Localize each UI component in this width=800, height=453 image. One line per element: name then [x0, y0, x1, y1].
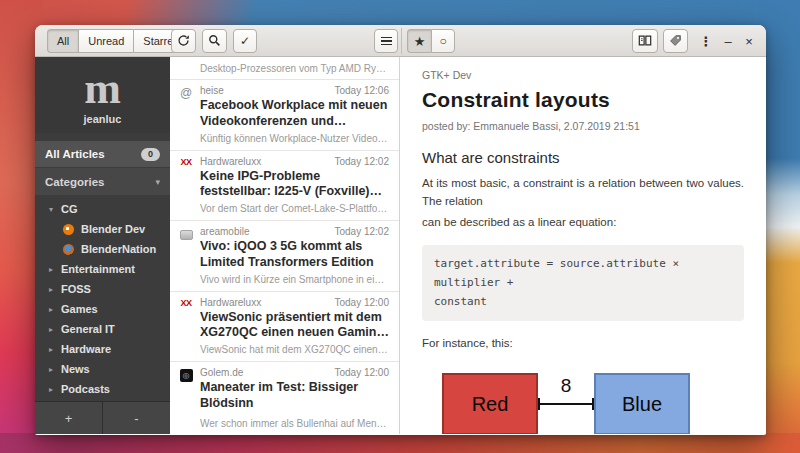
expander-icon[interactable]: ▾ — [49, 205, 61, 214]
list-item[interactable]: Desktop-Prozessoren vom Typ AMD Ryzen 40… — [170, 57, 399, 80]
menu-icon — [381, 37, 392, 46]
unread-count-badge: 0 — [141, 148, 160, 161]
mark-read-button[interactable]: ✓ — [233, 29, 257, 53]
header-separator — [401, 28, 402, 54]
article-paragraph: At its most basic, a constraint is a rel… — [422, 174, 744, 211]
close-button[interactable]: × — [737, 29, 761, 53]
tab-all[interactable]: All — [47, 29, 78, 53]
constraint-line — [538, 403, 594, 405]
sidebar-item-hardware[interactable]: ▸ Hardware — [35, 339, 170, 359]
categories-header[interactable]: Categories ▾ — [35, 168, 170, 195]
book-icon — [638, 34, 652, 49]
article-time: Today 12:00 — [335, 367, 390, 378]
article-time: Today 12:02 — [335, 226, 390, 237]
action-buttons: ✓ — [171, 29, 257, 53]
sidebar-item-general-it[interactable]: ▸ General IT — [35, 319, 170, 339]
article-time: Today 12:02 — [335, 156, 390, 167]
search-button[interactable] — [202, 29, 227, 53]
section-heading: What are constraints — [422, 149, 744, 166]
article-list[interactable]: Desktop-Prozessoren vom Typ AMD Ryzen 40… — [170, 57, 400, 434]
star-icon: ★ — [414, 35, 426, 48]
expander-icon[interactable]: ▸ — [49, 325, 61, 334]
blender-dev-icon — [63, 224, 74, 235]
username: jeanluc — [35, 113, 170, 125]
expander-icon[interactable]: ▸ — [49, 305, 61, 314]
sidebar-item-foss[interactable]: ▸ FOSS — [35, 279, 170, 299]
app-menu-button[interactable]: ⋮ — [694, 29, 718, 53]
expander-icon[interactable]: ▸ — [49, 265, 61, 274]
article-summary: Künftig können Workplace-Nutzer Videoanr… — [200, 133, 389, 144]
sidebar-item-podcasts[interactable]: ▸ Podcasts — [35, 379, 170, 399]
sidebar-item-blender-dev[interactable]: Blender Dev — [35, 219, 170, 239]
tag-icon — [669, 34, 682, 49]
chevron-down-icon: ▾ — [155, 177, 160, 187]
article-time: Today 12:00 — [335, 297, 390, 308]
tag-button[interactable] — [663, 29, 688, 53]
areamobile-favicon — [180, 230, 193, 240]
list-item[interactable]: XX HardwareluxxToday 12:00 ViewSonic prä… — [170, 292, 399, 363]
expander-icon[interactable]: ▸ — [49, 345, 61, 354]
hardwareluxx-favicon: XX — [178, 156, 194, 215]
sidebar-item-news[interactable]: ▸ News — [35, 359, 170, 379]
sidebar-item-all-articles[interactable]: All Articles 0 — [35, 141, 170, 167]
expander-icon[interactable]: ▸ — [49, 285, 61, 294]
article-paragraph: For instance, this: — [422, 337, 744, 349]
page-title: Constraint layouts — [422, 88, 744, 112]
expander-icon[interactable]: ▸ — [49, 385, 61, 394]
add-feed-button[interactable]: + — [35, 402, 103, 434]
list-item[interactable]: ◎ Golem.deToday 12:00 Maneater im Test: … — [170, 362, 399, 434]
check-icon: ✓ — [240, 34, 250, 48]
feed-name: Hardwareluxx — [200, 156, 261, 167]
list-item[interactable]: @ heiseToday 12:06 Facebook Workplace mi… — [170, 80, 399, 151]
dots-menu-icon: ⋮ — [700, 34, 713, 49]
article-summary: Vivo wird in Kürze ein Smartphone in ein… — [200, 274, 389, 285]
expander-icon[interactable]: ▸ — [49, 365, 61, 374]
view-buttons — [632, 29, 688, 53]
service-logo: m — [35, 70, 170, 107]
feed-reader-window: All Unread Starred ✓ — [35, 25, 766, 435]
heise-favicon: @ — [178, 85, 194, 144]
article-title: Vivo: iQOO 3 5G kommt als Limited Transf… — [200, 239, 389, 271]
unread-toggle-button[interactable]: ○ — [431, 29, 455, 53]
close-icon: × — [745, 34, 753, 49]
article-title: Maneater im Test: Bissiger Blödsinn — [200, 380, 389, 412]
golem-favicon: ◎ — [180, 369, 193, 382]
sidebar-item-entertainment[interactable]: ▸ Entertainment — [35, 259, 170, 279]
article-category: GTK+ Dev — [422, 69, 744, 81]
sidebar-item-games[interactable]: ▸ Games — [35, 299, 170, 319]
code-block: target.attribute = source.attribute × mu… — [422, 245, 744, 321]
article-byline: posted by: Emmanuele Bassi, 2.07.2019 21… — [422, 120, 744, 132]
feed-name: Hardwareluxx — [200, 297, 261, 308]
list-menu-button[interactable] — [374, 29, 398, 53]
refresh-icon — [177, 34, 190, 49]
sidebar: m jeanluc All Articles 0 Categories ▾ ▾ … — [35, 57, 170, 434]
filter-tabs: All Unread Starred — [47, 29, 189, 53]
hardwareluxx-favicon: XX — [178, 297, 194, 356]
reader-mode-button[interactable] — [632, 29, 658, 53]
list-item[interactable]: areamobileToday 12:02 Vivo: iQOO 3 5G ko… — [170, 221, 399, 292]
article-title: Keine IPG-Probleme feststellbar: I225-V … — [200, 169, 389, 201]
article-view: GTK+ Dev Constraint layouts posted by: E… — [400, 57, 766, 434]
sidebar-item-blendernation[interactable]: BlenderNation — [35, 239, 170, 259]
blue-box: Blue — [594, 373, 690, 434]
feed-name: areamobile — [200, 226, 249, 237]
sidebar-item-cg[interactable]: ▾ CG — [35, 199, 170, 219]
tab-unread[interactable]: Unread — [78, 29, 133, 53]
article-summary: Vor dem Start der Comet-Lake-S-Plattform… — [200, 203, 389, 214]
article-title: ViewSonic präsentiert mit dem XG270QC ei… — [200, 310, 389, 342]
remove-feed-button[interactable]: - — [103, 402, 170, 434]
category-tree: ▾ CG Blender Dev BlenderNation ▸ Enterta… — [35, 195, 170, 399]
mark-toggle-group: ★ ○ — [407, 29, 455, 53]
search-icon — [208, 34, 221, 49]
list-item[interactable]: XX HardwareluxxToday 12:02 Keine IPG-Pro… — [170, 151, 399, 222]
red-box: Red — [442, 373, 538, 434]
header-bar: All Unread Starred ✓ — [35, 25, 766, 57]
wallpaper-bottom — [0, 433, 800, 453]
star-toggle-button[interactable]: ★ — [407, 29, 431, 53]
spacing-value: 8 — [538, 375, 594, 397]
article-summary: Wer schon immer als Bullenhai auf Mensch… — [200, 418, 389, 429]
constraint-diagram: Red 8 Blue — [442, 373, 744, 434]
constraint-connector: 8 — [538, 373, 594, 434]
refresh-button[interactable] — [171, 29, 196, 53]
article-summary: Desktop-Prozessoren vom Typ AMD Ryzen 40… — [200, 63, 389, 74]
